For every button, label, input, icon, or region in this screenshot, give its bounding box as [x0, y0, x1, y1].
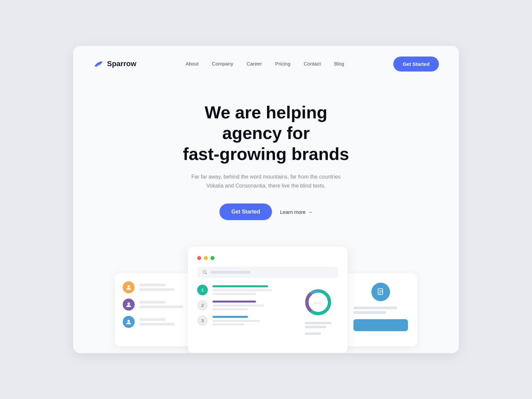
card-main: 1 2: [188, 247, 347, 353]
bar-2: [212, 301, 256, 303]
logo[interactable]: Sparrow: [93, 59, 136, 69]
list-item-2: 2: [197, 300, 292, 311]
list-item-3: 3: [197, 315, 292, 326]
avatar-1: [123, 281, 135, 293]
hero-title: We are helping agency for fast-growing b…: [173, 102, 359, 164]
ranked-list: 1 2: [197, 285, 292, 335]
donut-chart-svg: — —: [303, 287, 333, 317]
sparrow-logo-icon: [93, 59, 104, 69]
donut-section: — —: [298, 285, 338, 335]
window-dot-red: [197, 256, 201, 260]
nav-blog[interactable]: Blog: [334, 61, 344, 66]
window-dot-green: [210, 256, 214, 260]
user-row-3: [123, 316, 183, 328]
list-item-1: 1: [197, 285, 292, 295]
nav-pricing[interactable]: Pricing: [275, 61, 290, 66]
nav-career[interactable]: Career: [247, 61, 262, 66]
svg-rect-9: [378, 289, 383, 295]
window-controls: [197, 256, 338, 260]
svg-point-2: [127, 320, 130, 322]
user-text-2: [139, 301, 183, 308]
search-icon: [202, 270, 207, 275]
page-container: Sparrow About Company Career Pricing Con…: [73, 46, 459, 353]
rank-badge-1: 1: [197, 285, 208, 295]
file-text-lines: [353, 307, 408, 314]
file-action-button[interactable]: [353, 319, 408, 331]
nav-get-started-button[interactable]: Get Started: [393, 57, 439, 71]
card-file: [344, 273, 417, 346]
logo-text: Sparrow: [107, 60, 136, 68]
svg-text:— —: — —: [314, 301, 322, 305]
nav-about[interactable]: About: [186, 61, 199, 66]
bar-3: [212, 316, 248, 318]
file-icon: [371, 283, 390, 301]
hero-learn-more-button[interactable]: Learn more →: [280, 209, 313, 215]
card-users: [115, 273, 191, 346]
svg-point-0: [127, 285, 130, 288]
nav-links: About Company Career Pricing Contact Blo…: [186, 61, 344, 67]
donut-labels: [305, 322, 332, 335]
nav-company[interactable]: Company: [212, 61, 233, 66]
rank-badge-2: 2: [197, 300, 208, 311]
svg-point-1: [127, 303, 130, 305]
hero-subtitle: Far far away, behind the word mountains,…: [183, 172, 349, 190]
bar-1: [212, 285, 268, 287]
user-row-1: [123, 281, 183, 293]
hero-cta: Get Started Learn more →: [93, 203, 439, 220]
user-text-1: [139, 284, 183, 291]
avatar-3: [123, 316, 135, 328]
nav-contact[interactable]: Contact: [304, 61, 321, 66]
navbar: Sparrow About Company Career Pricing Con…: [73, 46, 459, 82]
search-bar: [197, 267, 338, 278]
illustration-area: 1 2: [73, 227, 459, 353]
window-dot-yellow: [204, 256, 208, 260]
rank-badge-3: 3: [197, 315, 208, 326]
card-center-content: 1 2: [197, 285, 338, 335]
hero-section: We are helping agency for fast-growing b…: [73, 82, 459, 227]
avatar-2: [123, 299, 135, 311]
user-text-3: [139, 318, 183, 326]
hero-get-started-button[interactable]: Get Started: [219, 203, 272, 220]
user-row-2: [123, 299, 183, 311]
